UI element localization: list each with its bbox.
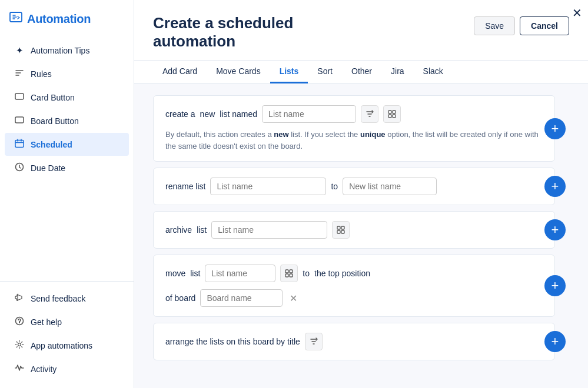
tab-other[interactable]: Other <box>342 61 381 83</box>
to-label-move: to <box>303 269 310 278</box>
rename-list-label: rename list <box>165 182 205 191</box>
archive-label: archive <box>165 225 192 235</box>
archive-list-name-input[interactable] <box>211 221 327 239</box>
tab-move-cards[interactable]: Move Cards <box>207 61 270 83</box>
move-list-card: move list to the top position of board ✕ <box>153 255 555 317</box>
automation-logo-icon <box>9 11 22 27</box>
svg-rect-13 <box>337 230 340 233</box>
of-board-label: of board <box>165 293 195 303</box>
svg-rect-3 <box>15 141 24 148</box>
sidebar-item-board-button[interactable]: Board Button <box>5 109 129 132</box>
add-rename-list-button[interactable]: + <box>544 176 566 197</box>
rename-list-name-input[interactable] <box>210 178 326 195</box>
move-grid-button[interactable] <box>280 265 298 282</box>
rename-list-card: rename list to <box>153 168 555 205</box>
svg-rect-1 <box>15 93 24 99</box>
tab-add-card[interactable]: Add Card <box>153 61 207 83</box>
sidebar-item-label: Automation Tips <box>31 46 89 55</box>
svg-rect-18 <box>290 274 293 277</box>
create-a-label: create a <box>165 109 195 119</box>
activity-icon <box>14 363 25 374</box>
tab-sort[interactable]: Sort <box>308 61 342 83</box>
tab-lists[interactable]: Lists <box>270 61 308 83</box>
archive-list-row: archive list <box>165 221 543 239</box>
svg-rect-8 <box>393 111 396 113</box>
create-list-card: create a new list named By default, this… <box>153 95 555 162</box>
add-arrange-lists-button[interactable]: + <box>544 331 566 352</box>
sidebar-item-app-automations[interactable]: App automations <box>5 334 129 357</box>
sidebar-item-label: Scheduled <box>31 140 72 149</box>
calendar-icon <box>14 139 25 150</box>
list-name-input[interactable] <box>262 105 356 123</box>
rename-list-row: rename list to <box>165 178 543 195</box>
sort-toggle-button[interactable] <box>361 105 378 123</box>
arrange-lists-card-outer: arrange the lists on this board by title… <box>153 323 555 360</box>
help-icon <box>14 316 25 327</box>
list-label-archive: list <box>197 225 207 235</box>
actions-list: create a new list named By default, this… <box>134 83 588 372</box>
arrange-sort-button[interactable] <box>305 333 323 350</box>
save-button[interactable]: Save <box>474 16 515 35</box>
close-button[interactable]: ✕ <box>572 6 582 20</box>
tabs-bar: Add Card Move Cards Lists Sort Other Jir… <box>134 61 588 83</box>
sidebar-item-automation-tips[interactable]: ✦ Automation Tips <box>5 39 129 62</box>
svg-rect-7 <box>388 111 391 113</box>
svg-rect-14 <box>341 230 344 233</box>
tab-jira[interactable]: Jira <box>381 61 414 83</box>
arrange-label: arrange the lists on this board by title <box>165 337 300 346</box>
to-label-rename: to <box>331 182 338 191</box>
board-close-button[interactable]: ✕ <box>287 293 300 304</box>
create-list-info: By default, this action creates a new li… <box>165 129 543 152</box>
new-list-name-input[interactable] <box>343 178 437 195</box>
svg-rect-10 <box>393 115 396 118</box>
archive-grid-button[interactable] <box>332 221 350 239</box>
megaphone-icon <box>14 293 25 304</box>
sidebar-title: Automation <box>27 12 91 26</box>
rename-list-card-outer: rename list to + <box>153 168 555 205</box>
sidebar-item-get-help[interactable]: Get help <box>5 310 129 333</box>
archive-list-card-outer: archive list + <box>153 211 555 249</box>
sidebar-item-label: Rules <box>31 69 52 79</box>
rules-icon <box>14 68 25 79</box>
sidebar-item-due-date[interactable]: Due Date <box>5 156 129 179</box>
sidebar: Automation ✦ Automation Tips Rules Card … <box>0 0 134 388</box>
sidebar-item-scheduled[interactable]: Scheduled <box>5 133 129 156</box>
arrange-lists-row: arrange the lists on this board by title <box>165 333 543 350</box>
archive-list-card: archive list <box>153 211 555 249</box>
sparkle-icon: ✦ <box>14 45 25 56</box>
sidebar-item-activity[interactable]: Activity <box>5 357 129 380</box>
sidebar-item-send-feedback[interactable]: Send feedback <box>5 287 129 310</box>
sidebar-item-rules[interactable]: Rules <box>5 62 129 85</box>
svg-rect-17 <box>285 274 288 277</box>
svg-rect-2 <box>15 117 24 123</box>
card-button-icon <box>14 92 25 103</box>
page-title: Create a scheduled automation <box>153 14 293 51</box>
tab-slack[interactable]: Slack <box>414 61 453 83</box>
svg-point-6 <box>18 343 21 346</box>
sidebar-item-label: Send feedback <box>31 294 85 303</box>
top-position-label: the top position <box>314 269 370 278</box>
svg-rect-11 <box>337 226 340 229</box>
move-list-board-row: of board ✕ <box>165 289 543 307</box>
page-header: Create a scheduled automation Save Cance… <box>134 0 588 61</box>
add-move-list-button[interactable]: + <box>544 275 566 296</box>
svg-rect-12 <box>341 226 344 229</box>
svg-rect-16 <box>290 270 293 273</box>
svg-rect-9 <box>388 115 391 118</box>
add-create-list-button[interactable]: + <box>544 118 566 139</box>
sidebar-header: Automation <box>0 0 134 36</box>
board-name-input[interactable] <box>200 289 283 307</box>
sidebar-item-card-button[interactable]: Card Button <box>5 86 129 109</box>
svg-rect-15 <box>285 270 288 273</box>
cancel-button[interactable]: Cancel <box>520 16 569 35</box>
add-archive-list-button[interactable]: + <box>544 219 566 240</box>
board-button-icon <box>14 115 25 126</box>
create-list-card-outer: create a new list named By default, this… <box>153 95 555 162</box>
grid-view-button[interactable] <box>383 105 401 123</box>
clock-icon <box>14 162 25 173</box>
sidebar-item-label: Board Button <box>31 116 79 126</box>
move-list-name-input[interactable] <box>205 265 275 282</box>
move-label: move <box>165 269 185 278</box>
new-label: new <box>200 109 215 119</box>
list-label-move: list <box>190 269 200 278</box>
